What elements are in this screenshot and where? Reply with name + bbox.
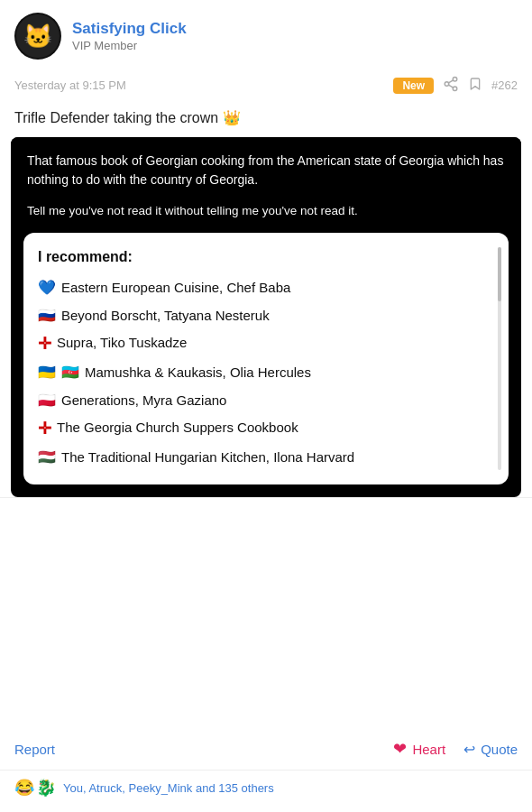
book-icon: 🇭🇺 — [38, 448, 56, 467]
meta-icons: #262 — [443, 76, 518, 95]
user-role: VIP Member — [72, 39, 187, 52]
post-actions: Report ❤ Heart ↩ Quote — [0, 726, 532, 770]
post-time: Yesterday at 9:15 PM — [14, 78, 393, 92]
user-info: Satisfying Click VIP Member — [72, 20, 187, 52]
list-item: 🇺🇦 🇦🇿 Mamushka & Kaukasis, Olia Hercules — [38, 363, 494, 383]
recommend-title: I recommend: — [38, 249, 494, 265]
report-button[interactable]: Report — [14, 742, 393, 757]
image-subtitle: Tell me you've not read it without telli… — [11, 198, 521, 233]
book-icon: ✛ — [38, 418, 51, 440]
post-header: 🐱 Satisfying Click VIP Member — [0, 0, 532, 72]
svg-line-4 — [449, 80, 454, 83]
share-icon[interactable] — [443, 76, 459, 95]
book-icon: 💙 — [38, 278, 56, 298]
reaction-text: You, Atruck, Peeky_Mink and 135 others — [63, 781, 274, 795]
book-list: 💙 Eastern European Cuisine, Chef Baba 🇷🇺… — [38, 278, 494, 467]
book-title: Mamushka & Kaukasis, Olia Hercules — [85, 363, 311, 382]
book-icon: 🇺🇦 — [38, 363, 56, 383]
meta-bar: Yesterday at 9:15 PM New #262 — [0, 72, 532, 104]
scrollbar-thumb[interactable] — [498, 247, 501, 301]
divider — [0, 497, 532, 498]
quote-button[interactable]: ↩ Quote — [463, 741, 518, 758]
quote-icon: ↩ — [463, 741, 475, 758]
new-badge: New — [393, 78, 434, 94]
book-title: The Georgia Church Suppers Cookbook — [57, 418, 298, 437]
list-item: 🇷🇺 Beyond Borscht, Tatyana Nesteruk — [38, 306, 494, 326]
post-title: Trifle Defender taking the crown 👑 — [0, 104, 532, 137]
book-title: Supra, Tiko Tuskadze — [57, 333, 187, 352]
book-recommendations-card: I recommend: 💙 Eastern European Cuisine,… — [23, 233, 509, 484]
list-item: ✛ Supra, Tiko Tuskadze — [38, 333, 494, 355]
book-icon: 🇵🇱 — [38, 391, 56, 411]
list-item: 🇭🇺 The Traditional Hungarian Kitchen, Il… — [38, 448, 494, 467]
book-title: The Traditional Hungarian Kitchen, Ilona… — [61, 448, 354, 466]
list-item: 🇵🇱 Generations, Myra Gaziano — [38, 391, 494, 411]
image-top-text: That famous book of Georgian cooking fro… — [11, 137, 521, 198]
reaction-emojis: 😂 🐉 — [14, 778, 56, 798]
avatar-image: 🐱 — [16, 14, 60, 58]
book-title: Eastern European Cuisine, Chef Baba — [61, 278, 290, 297]
emoji-dragon: 🐉 — [36, 778, 56, 798]
username: Satisfying Click — [72, 20, 187, 38]
list-item: 💙 Eastern European Cuisine, Chef Baba — [38, 278, 494, 298]
scrollbar-track[interactable] — [498, 247, 501, 469]
post-card: 🐱 Satisfying Click VIP Member Yesterday … — [0, 0, 532, 812]
svg-line-3 — [449, 85, 454, 88]
book-title: Generations, Myra Gaziano — [61, 391, 226, 410]
book-title: Beyond Borscht, Tatyana Nesteruk — [61, 306, 270, 325]
post-image: That famous book of Georgian cooking fro… — [11, 137, 521, 497]
book-icon-2: 🇦🇿 — [61, 363, 79, 383]
book-icon: 🇷🇺 — [38, 306, 56, 326]
heart-icon: ❤ — [393, 739, 407, 759]
post-number: #262 — [491, 78, 518, 92]
reaction-bar: 😂 🐉 You, Atruck, Peeky_Mink and 135 othe… — [0, 770, 532, 812]
list-item: ✛ The Georgia Church Suppers Cookbook — [38, 418, 494, 440]
emoji-laugh: 😂 — [14, 778, 34, 798]
bookmark-icon[interactable] — [468, 76, 482, 95]
avatar: 🐱 — [14, 13, 61, 60]
reaction-names[interactable]: You, Atruck, Peeky_Mink — [63, 781, 192, 795]
heart-button[interactable]: ❤ Heart — [393, 739, 445, 759]
book-icon: ✛ — [38, 333, 51, 355]
reaction-count: and 135 others — [196, 781, 274, 795]
